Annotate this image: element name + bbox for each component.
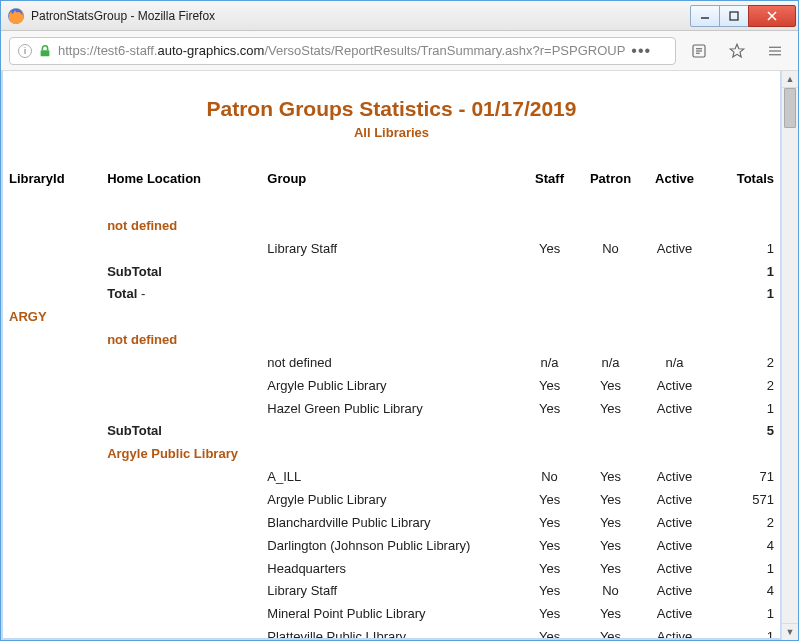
blank [3,489,101,512]
address-bar[interactable]: i https://test6-staff.auto-graphics.com/… [9,37,676,65]
totals-cell: 1 [708,398,780,421]
subtotal-label: SubTotal [101,261,261,284]
url-prefix: https://test6-staff. [58,43,157,58]
blank [708,306,780,329]
blank [3,420,101,443]
blank [101,489,261,512]
blank [101,512,261,535]
active-cell: Active [642,603,708,626]
scroll-up-button[interactable]: ▲ [782,71,798,88]
group-cell: not defined [261,352,519,375]
blank [580,420,642,443]
url-domain: auto-graphics.com [157,43,264,58]
report-page: Patron Groups Statistics - 01/17/2019 Al… [3,71,780,638]
subtotal-row: SubTotal5 [3,420,780,443]
blank [101,238,261,261]
blank [520,420,580,443]
staff-cell: Yes [520,580,580,603]
blank [101,375,261,398]
staff-cell: Yes [520,558,580,581]
patron-cell: Yes [580,466,642,489]
patron-cell: Yes [580,398,642,421]
blank [3,329,101,352]
maximize-button[interactable] [719,5,749,27]
active-cell: n/a [642,352,708,375]
group-cell: Library Staff [261,580,519,603]
lock-icon [38,44,52,58]
col-staff: Staff [520,168,580,191]
staff-cell: Yes [520,375,580,398]
scroll-thumb[interactable] [784,88,796,128]
totals-cell: 71 [708,466,780,489]
url-text: https://test6-staff.auto-graphics.com/Ve… [58,43,625,58]
report-title: Patron Groups Statistics - 01/17/2019 [3,97,780,121]
blank [3,626,101,638]
active-cell: Active [642,512,708,535]
blank [3,535,101,558]
blank [3,466,101,489]
hamburger-menu-icon[interactable] [760,37,790,65]
site-info-icon[interactable]: i [18,44,32,58]
blank [580,283,642,306]
totals-cell: 1 [708,238,780,261]
group-cell: Argyle Public Library [261,375,519,398]
total-label: Total - [101,283,261,306]
col-patron: Patron [580,168,642,191]
patron-cell: Yes [580,626,642,638]
minimize-button[interactable] [690,5,720,27]
blank [580,306,642,329]
blank [261,306,519,329]
libraryid-cell: ARGY [3,306,101,329]
patron-cell: Yes [580,512,642,535]
group-cell: Hazel Green Public Library [261,398,519,421]
page-actions-icon[interactable]: ••• [631,42,651,60]
staff-cell: No [520,466,580,489]
url-bar: i https://test6-staff.auto-graphics.com/… [1,31,798,71]
reader-view-icon[interactable] [684,37,714,65]
active-cell: Active [642,375,708,398]
staff-cell: Yes [520,489,580,512]
home-location-row: not defined [3,329,780,352]
blank [101,626,261,638]
staff-cell: n/a [520,352,580,375]
svg-rect-5 [41,50,50,56]
close-button[interactable] [748,5,796,27]
titlebar[interactable]: PatronStatsGroup - Mozilla Firefox [1,1,798,31]
blank [3,352,101,375]
blank [101,558,261,581]
url-suffix: /VersoStats/ReportResults/TranSummary.as… [264,43,625,58]
col-libraryid: LibraryId [3,168,101,191]
active-cell: Active [642,535,708,558]
blank [261,261,519,284]
blank [520,283,580,306]
subtotal-value: 1 [708,261,780,284]
home-location-cell: not defined [101,215,261,238]
blank [3,238,101,261]
blank [101,535,261,558]
blank [642,283,708,306]
table-row: Mineral Point Public LibraryYesYesActive… [3,603,780,626]
scroll-down-button[interactable]: ▼ [782,623,798,640]
blank [642,420,708,443]
bookmark-star-icon[interactable] [722,37,752,65]
totals-cell: 1 [708,603,780,626]
blank [708,215,780,238]
blank [580,329,642,352]
home-location-row: not defined [3,215,780,238]
table-row: A_ILLNoYesActive71 [3,466,780,489]
group-cell: A_ILL [261,466,519,489]
blank [642,215,708,238]
totals-cell: 4 [708,580,780,603]
group-cell: Mineral Point Public Library [261,603,519,626]
app-window: PatronStatsGroup - Mozilla Firefox i htt… [0,0,799,641]
table-row: Library StaffYesNoActive4 [3,580,780,603]
blank [3,558,101,581]
blank [520,329,580,352]
vertical-scrollbar[interactable]: ▲ ▼ [781,71,798,640]
totals-cell: 1 [708,558,780,581]
total-value: 1 [708,283,780,306]
subtotal-label: SubTotal [101,420,261,443]
blank [3,443,101,466]
col-active: Active [642,168,708,191]
blank [101,398,261,421]
